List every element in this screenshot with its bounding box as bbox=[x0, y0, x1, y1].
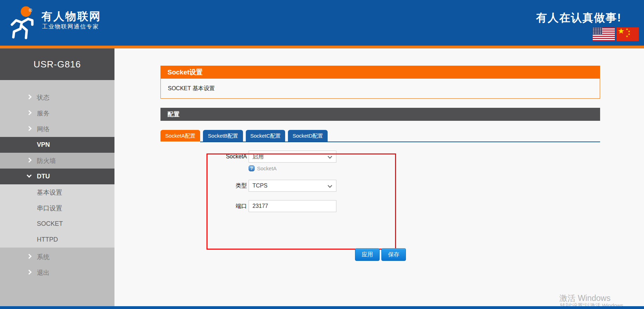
sidebar-item-dtu[interactable]: DTU bbox=[0, 169, 114, 184]
sidebar-item-firewall[interactable]: 防火墙 bbox=[0, 153, 114, 169]
sidebar-item-basic-settings[interactable]: 基本设置 bbox=[0, 184, 114, 200]
cn-flag-star-icon: ★ bbox=[626, 35, 628, 38]
english-language-flag-icon[interactable] bbox=[593, 27, 615, 41]
save-button[interactable]: 保存 bbox=[381, 248, 406, 261]
sidebar-item-services[interactable]: 服务 bbox=[0, 105, 114, 121]
apply-button[interactable]: 应用 bbox=[355, 248, 380, 261]
pusr-logo-icon bbox=[6, 3, 41, 43]
sidebar-item-status[interactable]: 状态 bbox=[0, 90, 114, 105]
type-select[interactable]: TCPS bbox=[249, 180, 336, 192]
brand-subtitle: 工业物联网通信专家 bbox=[42, 23, 99, 31]
brand-title: 有人物联网 bbox=[41, 9, 101, 24]
page: ® 有人物联网 工业物联网通信专家 有人在认真做事! ★ ★ ★ ★ ★ USR… bbox=[0, 0, 644, 309]
sidebar-item-vpn[interactable]: VPN bbox=[0, 137, 114, 153]
socketa-enable-label: SocketA bbox=[196, 153, 247, 160]
socketa-hint: ? SocketA bbox=[249, 165, 277, 171]
device-model-title: USR-G816 bbox=[0, 48, 114, 80]
type-label: 类型 bbox=[196, 182, 247, 190]
sidebar-item-logout[interactable]: 退出 bbox=[0, 265, 114, 281]
sidebar-nav: 状态 服务 网络 VPN 防火墙 DTU 基本设置 bbox=[0, 80, 114, 281]
top-header: ® 有人物联网 工业物联网通信专家 有人在认真做事! ★ ★ ★ ★ ★ bbox=[0, 0, 644, 46]
page-subtitle: SOCKET 基本设置 bbox=[160, 79, 600, 99]
nav-spacer bbox=[0, 80, 114, 90]
tab-socket-b[interactable]: SocketB配置 bbox=[203, 130, 243, 142]
port-input[interactable] bbox=[249, 200, 336, 212]
sidebar-item-socket[interactable]: SOCKET bbox=[0, 216, 114, 232]
chinese-language-flag-icon[interactable]: ★ ★ ★ ★ ★ bbox=[617, 27, 639, 41]
tab-socket-d[interactable]: SocketD配置 bbox=[288, 130, 328, 142]
chevron-right-icon bbox=[27, 157, 32, 162]
config-section-header: 配置 bbox=[160, 108, 600, 121]
dropdown-chevron-icon bbox=[328, 183, 332, 188]
sidebar-item-httpd[interactable]: HTTPD bbox=[0, 232, 114, 248]
sidebar-item-serial-settings[interactable]: 串口设置 bbox=[0, 200, 114, 216]
header-slogan: 有人在认真做事! bbox=[530, 11, 622, 25]
us-flag-canton bbox=[593, 27, 602, 35]
chevron-right-icon bbox=[27, 110, 32, 115]
sidebar-item-network[interactable]: 网络 bbox=[0, 121, 114, 137]
tab-socket-c[interactable]: SocketC配置 bbox=[246, 130, 285, 142]
sidebar-item-system[interactable]: 系统 bbox=[0, 249, 114, 265]
help-icon: ? bbox=[249, 165, 255, 171]
chevron-down-icon bbox=[27, 172, 32, 177]
header-accent-strip bbox=[0, 46, 644, 48]
tab-underline bbox=[200, 142, 600, 142]
chevron-right-icon bbox=[27, 126, 32, 131]
tab-socket-a[interactable]: SocketA配置 bbox=[160, 130, 200, 142]
registered-mark: ® bbox=[29, 8, 32, 13]
sidebar: USR-G816 状态 服务 网络 VPN 防火墙 bbox=[0, 48, 114, 306]
page-title: Socket设置 bbox=[160, 66, 600, 79]
chevron-right-icon bbox=[27, 254, 32, 258]
socketa-enable-select[interactable]: 启用 bbox=[249, 151, 336, 163]
dropdown-chevron-icon bbox=[328, 154, 332, 159]
cn-flag-star-icon: ★ bbox=[618, 27, 625, 36]
chevron-right-icon bbox=[27, 269, 32, 274]
chevron-right-icon bbox=[27, 94, 32, 99]
port-label: 端口 bbox=[196, 203, 247, 210]
footer-bar bbox=[0, 306, 644, 309]
